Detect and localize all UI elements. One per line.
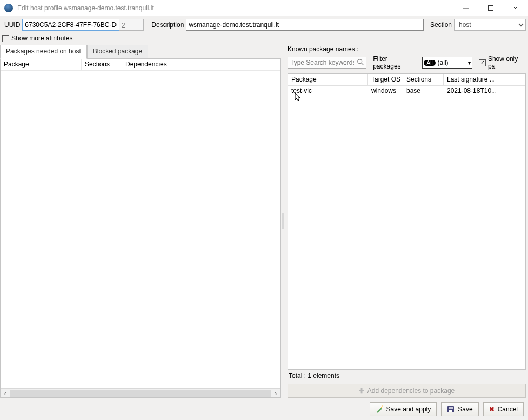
right-pane: Known package names : Filter packages Al… (284, 44, 528, 398)
col-r-sig[interactable]: Last signature ... (444, 74, 525, 85)
tab-packages-needed[interactable]: Packages needed on host (0, 45, 87, 59)
options-row: Show more attributes (0, 31, 528, 44)
save-button[interactable]: Save (441, 402, 478, 416)
app-icon (4, 4, 13, 12)
window-controls (453, 0, 528, 16)
filter-value: (all) (438, 59, 449, 66)
search-filter-row: Filter packages All (all) ▾ Show only pa (288, 55, 526, 70)
horizontal-scrollbar[interactable]: ‹ › (1, 388, 280, 397)
tabs: Packages needed on host Blocked package (0, 44, 281, 58)
col-package[interactable]: Package (1, 59, 82, 70)
left-table-header: Package Sections Dependencies (1, 59, 280, 71)
col-r-package[interactable]: Package (288, 74, 368, 85)
search-box (288, 57, 366, 69)
cancel-label: Cancel (498, 405, 518, 413)
scroll-track[interactable] (10, 390, 271, 397)
footer: Save and apply Save ✖ Cancel (0, 398, 528, 420)
save-and-apply-label: Save and apply (386, 405, 431, 413)
svg-rect-9 (449, 407, 453, 409)
search-input[interactable] (288, 57, 366, 69)
save-and-apply-button[interactable]: Save and apply (370, 402, 437, 416)
form-row: UUID Description Section host (0, 16, 528, 31)
chevron-down-icon: ▾ (468, 60, 471, 66)
svg-rect-1 (489, 5, 493, 10)
description-input[interactable] (186, 19, 424, 31)
window-title: Edit host profile wsmanage-demo.test.tra… (17, 4, 453, 12)
left-table-body (1, 71, 280, 388)
status-bar: Total : 1 elements (285, 370, 528, 382)
show-more-label: Show more attributes (11, 35, 72, 42)
section-label: Section (428, 21, 454, 29)
uuid-version-input[interactable] (119, 19, 144, 31)
scroll-right-icon[interactable]: › (271, 389, 280, 398)
main-content: Packages needed on host Blocked package … (0, 44, 528, 398)
search-icon[interactable] (357, 58, 364, 66)
add-dependencies-button[interactable]: ✚ Add dependencies to package (288, 384, 526, 398)
status-text: Total : 1 elements (289, 372, 339, 380)
uuid-input[interactable] (22, 19, 119, 31)
show-only-checkbox[interactable] (479, 59, 486, 66)
wand-icon (376, 405, 383, 413)
scroll-left-icon[interactable]: ‹ (1, 389, 10, 398)
show-only-label: Show only pa (488, 55, 526, 70)
maximize-button[interactable] (478, 0, 503, 16)
svg-point-4 (358, 59, 362, 64)
cancel-button[interactable]: ✖ Cancel (483, 402, 524, 416)
svg-point-6 (381, 407, 382, 408)
left-pane: Packages needed on host Blocked package … (0, 44, 281, 398)
uuid-label: UUID (2, 21, 22, 29)
right-table-header: Package Target OS Sections Last signatur… (288, 74, 525, 86)
filter-label: Filter packages (373, 55, 416, 70)
section-select[interactable]: host (454, 19, 526, 31)
svg-line-5 (362, 63, 364, 65)
svg-rect-10 (449, 410, 452, 412)
save-label: Save (458, 405, 472, 413)
plus-icon: ✚ (359, 387, 364, 395)
filter-select[interactable]: All (all) ▾ (422, 57, 472, 69)
known-packages-label: Known package names : (288, 45, 528, 53)
titlebar: Edit host profile wsmanage-demo.test.tra… (0, 0, 528, 16)
cell-package: test-vlc (288, 86, 368, 96)
tab-blocked-package[interactable]: Blocked package (87, 45, 148, 59)
close-button[interactable] (503, 0, 528, 16)
description-label: Description (149, 21, 186, 29)
col-r-target[interactable]: Target OS (368, 74, 403, 85)
filter-badge: All (424, 60, 435, 66)
col-sections[interactable]: Sections (82, 59, 122, 70)
close-icon: ✖ (489, 405, 494, 413)
left-table: Package Sections Dependencies ‹ › (0, 58, 281, 398)
svg-point-7 (382, 405, 383, 406)
minimize-button[interactable] (453, 0, 478, 16)
show-more-checkbox[interactable] (2, 35, 9, 42)
cell-sig: 2021-08-18T10... (444, 86, 525, 96)
add-dependencies-label: Add dependencies to package (367, 387, 455, 395)
table-row[interactable]: test-vlc windows base 2021-08-18T10... (288, 86, 525, 96)
cell-target: windows (368, 86, 403, 96)
save-icon (447, 405, 455, 413)
col-r-sections[interactable]: Sections (403, 74, 444, 85)
col-dependencies[interactable]: Dependencies (122, 59, 280, 70)
cell-sections: base (403, 86, 444, 96)
right-table: Package Target OS Sections Last signatur… (288, 73, 526, 370)
